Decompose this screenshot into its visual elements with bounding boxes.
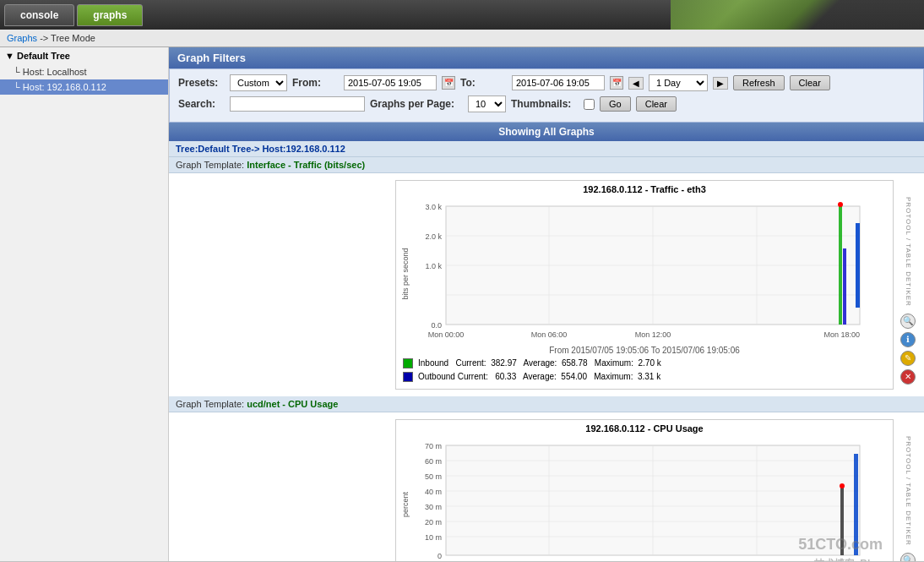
- legend-row-inbound: Inbound Current: 382.97 Average: 658.78 …: [403, 357, 886, 370]
- graph-title-1: 192.168.0.112 - Traffic - eth3: [399, 184, 889, 194]
- edit-icon-1[interactable]: ✎: [900, 351, 916, 366]
- showing-all-bar: Showing All Graphs: [169, 123, 924, 141]
- from-input[interactable]: [344, 75, 437, 90]
- svg-text:Mon 00:00: Mon 00:00: [428, 330, 465, 339]
- tree-path-text: Tree:Default Tree-> Host:192.168.0.112: [176, 144, 345, 154]
- graph-template-bar-1: Graph Template: Interface - Traffic (bit…: [169, 157, 924, 173]
- legend-color-inbound: [403, 358, 413, 368]
- svg-text:10 m: 10 m: [425, 533, 442, 542]
- graph-filters: Graph Filters Presets: Custom From: 📅 To…: [169, 47, 924, 123]
- legend-row-outbound: Outbound Current: 60.33 Average: 554.00 …: [403, 370, 886, 384]
- search-label: Search:: [178, 98, 225, 110]
- sidebar: ▼ Default Tree └ Host: Localhost └ Host:…: [0, 47, 169, 561]
- top-header: console graphs: [0, 0, 924, 30]
- from-calendar-icon[interactable]: 📅: [442, 76, 455, 90]
- svg-text:0.0: 0.0: [431, 321, 442, 330]
- graph-template-label-1: Graph Template:: [176, 160, 247, 170]
- svg-text:1.0 k: 1.0 k: [425, 262, 442, 270]
- graph-title-2: 192.168.0.112 - CPU Usage: [399, 423, 889, 434]
- tree-expand-icon: ▼: [5, 51, 17, 61]
- graph-panel-1: 192.168.0.112 - Traffic - eth3 bits per …: [395, 180, 894, 390]
- presets-label: Presets:: [178, 77, 225, 89]
- tab-graphs[interactable]: graphs: [77, 4, 143, 26]
- zoom-icon-2[interactable]: 🔍: [900, 553, 916, 561]
- graph-icons-1: PROTOOL / TABLE DETIKER 🔍 ℹ ✎ ✕: [900, 180, 916, 385]
- presets-select[interactable]: Custom: [230, 74, 287, 91]
- clear-button-2[interactable]: Clear: [636, 96, 677, 112]
- filter-row-2: Search: Graphs per Page: 10 Thumbnails: …: [178, 95, 915, 112]
- svg-text:20 m: 20 m: [425, 518, 442, 527]
- graph-template-bar-2: Graph Template: ucd/net - CPU Usage: [169, 396, 924, 412]
- svg-text:50 m: 50 m: [425, 472, 442, 481]
- graphs-per-page-label: Graphs per Page:: [370, 98, 463, 110]
- svg-rect-18: [839, 205, 842, 325]
- svg-point-20: [838, 202, 843, 207]
- graph-legend-1: Inbound Current: 382.97 Average: 658.78 …: [399, 355, 889, 385]
- graph-section-1: 192.168.0.112 - Traffic - eth3 bits per …: [169, 173, 924, 396]
- to-input[interactable]: [512, 75, 605, 90]
- tree-path-bar: Tree:Default Tree-> Host:192.168.0.112: [169, 141, 924, 157]
- main-layout: ▼ Default Tree └ Host: Localhost └ Host:…: [0, 47, 924, 561]
- breadcrumb-separator: ->: [40, 33, 51, 43]
- go-button[interactable]: Go: [600, 96, 631, 112]
- search-input[interactable]: [230, 96, 365, 112]
- to-calendar-icon[interactable]: 📅: [610, 76, 623, 90]
- sidebar-host-192[interactable]: └ Host: 192.168.0.112: [0, 79, 168, 95]
- refresh-button[interactable]: Refresh: [733, 75, 785, 90]
- breadcrumb: Graphs -> Tree Mode: [0, 30, 924, 47]
- tree-root[interactable]: ▼ Default Tree: [0, 47, 168, 64]
- period-select[interactable]: 1 Day: [649, 74, 708, 91]
- svg-text:Mon 18:00: Mon 18:00: [823, 330, 860, 339]
- filter-row-1: Presets: Custom From: 📅 To: 📅 ◀ 1 Day ▶: [178, 74, 915, 91]
- protool-label: PROTOOL / TABLE DETIKER: [905, 197, 912, 307]
- svg-text:bits per second: bits per second: [401, 248, 410, 299]
- svg-text:30 m: 30 m: [425, 503, 442, 511]
- graph-icons-2: PROTOOL / TABLE DETIKER 🔍 ℹ ✎ ✕: [900, 419, 916, 561]
- breadcrumb-link[interactable]: Graphs: [7, 33, 37, 43]
- watermark: 51CTO.com技术博客 Blog: [798, 536, 883, 561]
- graphs-per-page-select[interactable]: 10: [468, 95, 506, 112]
- sidebar-host-localhost[interactable]: └ Host: Localhost: [0, 64, 168, 79]
- from-label: From:: [292, 77, 339, 89]
- svg-text:Mon 12:00: Mon 12:00: [635, 330, 671, 339]
- period-next-btn[interactable]: ▶: [713, 77, 728, 90]
- thumbnails-label: Thumbnails:: [511, 98, 579, 110]
- svg-point-44: [840, 483, 845, 488]
- graph-time-range-1: From 2015/07/05 19:05:06 To 2015/07/06 1…: [399, 346, 889, 355]
- zoom-icon-1[interactable]: 🔍: [900, 314, 916, 329]
- content-area: Graph Filters Presets: Custom From: 📅 To…: [169, 47, 924, 561]
- svg-text:2.0 k: 2.0 k: [425, 232, 442, 241]
- to-label: To:: [460, 77, 507, 89]
- graph-template-name-1: Interface - Traffic (bits/sec): [247, 160, 365, 170]
- graph-template-name-2: ucd/net - CPU Usage: [247, 399, 338, 409]
- svg-text:60 m: 60 m: [425, 457, 442, 466]
- info-icon-1[interactable]: ℹ: [900, 332, 916, 347]
- svg-text:Mon 06:00: Mon 06:00: [531, 330, 568, 339]
- tree-root-label: Default Tree: [17, 51, 70, 61]
- clear-button-1[interactable]: Clear: [790, 75, 830, 90]
- filters-body: Presets: Custom From: 📅 To: 📅 ◀ 1 Day ▶: [169, 68, 924, 123]
- svg-text:40 m: 40 m: [425, 488, 442, 496]
- breadcrumb-current: Tree Mode: [51, 33, 95, 43]
- graph-svg-1: bits per second 3.0 k 2.0 k 1.0 k 0.0 Mo: [399, 198, 881, 341]
- legend-color-outbound: [403, 372, 413, 382]
- graph-panel-2: 192.168.0.112 - CPU Usage percent: [395, 419, 894, 561]
- svg-text:70 m: 70 m: [425, 442, 442, 450]
- thumbnails-checkbox[interactable]: [584, 99, 595, 110]
- graph-section-2: 192.168.0.112 - CPU Usage percent: [169, 412, 924, 561]
- period-prev-btn[interactable]: ◀: [628, 77, 644, 90]
- svg-text:0: 0: [438, 552, 442, 560]
- tab-console[interactable]: console: [4, 4, 74, 26]
- protool-label-2: PROTOOL / TABLE DETIKER: [905, 436, 912, 546]
- svg-text:3.0 k: 3.0 k: [425, 203, 442, 211]
- graph-template-label-2: Graph Template:: [176, 399, 247, 409]
- svg-rect-19: [843, 248, 846, 325]
- delete-icon-1[interactable]: ✕: [900, 369, 916, 385]
- svg-text:percent: percent: [401, 491, 410, 517]
- svg-rect-21: [856, 223, 860, 308]
- filters-header: Graph Filters: [169, 47, 924, 68]
